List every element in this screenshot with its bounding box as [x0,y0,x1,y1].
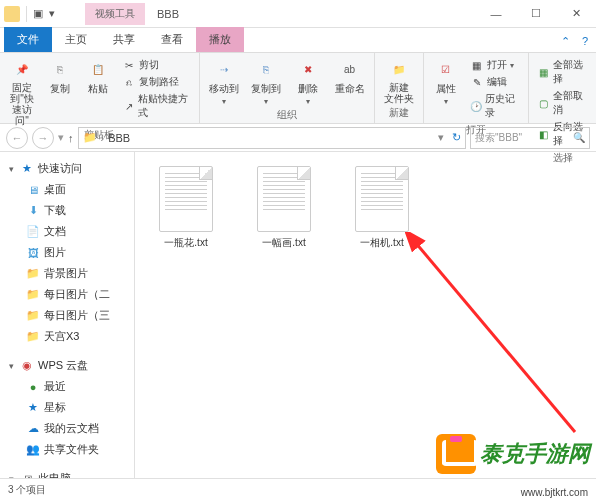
file-label: 一相机.txt [360,236,403,250]
copy-button[interactable]: ⎘复制 [42,55,78,98]
address-path: BBB [108,132,130,144]
pin-button[interactable]: 📌固定到"快 速访问" [4,55,40,128]
rename-button[interactable]: ab重命名 [330,55,370,98]
paste-label: 粘贴 [88,82,108,96]
edit-button[interactable]: ✎编辑 [468,74,523,90]
group-new-label: 新建 [379,106,419,121]
file-item[interactable]: 一幅画.txt [247,166,321,250]
cut-button[interactable]: ✂剪切 [120,57,192,73]
selectnone-button[interactable]: ▢全部取消 [535,88,590,118]
nav-daily3[interactable]: 📁每日图片（三 [0,305,134,326]
address-box[interactable]: 📁 › BBB ▾ ↻ [78,127,467,149]
nav-shared[interactable]: 👥共享文件夹 [0,439,134,460]
nav-recent[interactable]: ●最近 [0,376,134,397]
folder-icon: 📁 [83,131,97,144]
nav-bg-images[interactable]: 📁背景图片 [0,263,134,284]
open-button[interactable]: ▦打开▾ [468,57,523,73]
file-label: 一幅画.txt [262,236,305,250]
close-button[interactable]: ✕ [556,0,596,28]
shortcut-button[interactable]: ↗粘贴快捷方式 [120,91,192,121]
watermark-url: www.bjtkrt.com [521,487,588,498]
nav-documents[interactable]: 📄文档 [0,221,134,242]
nav-thispc[interactable]: ▾🖥此电脑 [0,468,134,478]
txt-file-icon [159,166,213,232]
contextual-tab-label: 视频工具 [85,3,145,25]
svg-line-0 [415,242,575,432]
newfolder-button[interactable]: 📁新建 文件夹 [379,55,419,106]
file-item[interactable]: 一相机.txt [345,166,419,250]
properties-button[interactable]: ☑属性▾ [428,55,464,108]
copy-label: 复制 [50,82,70,96]
minimize-button[interactable]: — [476,0,516,28]
tab-share[interactable]: 共享 [100,27,148,52]
ribbon-tabs: 文件 主页 共享 查看 播放 ⌃ ? [0,28,596,52]
nav-quick-access[interactable]: ▾★快速访问 [0,158,134,179]
tab-view[interactable]: 查看 [148,27,196,52]
back-button[interactable]: ← [6,127,28,149]
paste-button[interactable]: 📋粘贴 [80,55,116,98]
copyto-button[interactable]: ⎘复制到▾ [246,55,286,108]
nav-mycloud[interactable]: ☁我的云文档 [0,418,134,439]
qat-save-icon[interactable]: ▣ [33,7,43,20]
recent-dropdown[interactable]: ▾ [58,131,64,144]
file-label: 一瓶花.txt [164,236,207,250]
nav-pictures[interactable]: 🖼图片 [0,242,134,263]
nav-skyx3[interactable]: 📁天宫X3 [0,326,134,347]
delete-button[interactable]: ✖删除▾ [288,55,328,108]
tab-file[interactable]: 文件 [4,27,52,52]
pin-label: 固定到"快 速访问" [6,82,38,126]
watermark-logo: 泰克手游网 [436,434,590,474]
watermark-icon [436,434,476,474]
nav-downloads[interactable]: ⬇下载 [0,200,134,221]
nav-wps-cloud[interactable]: ▾◉WPS 云盘 [0,355,134,376]
refresh-icon[interactable]: ↻ [452,131,461,144]
group-organize-label: 组织 [204,108,370,123]
file-item[interactable]: 一瓶花.txt [149,166,223,250]
maximize-button[interactable]: ☐ [516,0,556,28]
search-box[interactable]: 搜索"BBB" 🔍 [470,127,590,149]
up-button[interactable]: ↑ [68,132,74,144]
qat-undo-icon[interactable]: ▾ [49,7,55,20]
navigation-pane[interactable]: ▾★快速访问 🖥桌面 ⬇下载 📄文档 🖼图片 📁背景图片 📁每日图片（二 📁每日… [0,152,135,478]
title-bar: ▣ ▾ 视频工具 BBB — ☐ ✕ [0,0,596,28]
nav-starred[interactable]: ★星标 [0,397,134,418]
forward-button[interactable]: → [32,127,54,149]
txt-file-icon [257,166,311,232]
window-title: BBB [157,8,179,20]
ribbon: 📌固定到"快 速访问" ⎘复制 📋粘贴 ✂剪切 ⎌复制路径 ↗粘贴快捷方式 剪贴… [0,52,596,124]
annotation-arrow [405,232,585,452]
nav-daily2[interactable]: 📁每日图片（二 [0,284,134,305]
copypath-button[interactable]: ⎌复制路径 [120,74,192,90]
ribbon-toggle[interactable]: ⌃ ? [553,31,596,52]
txt-file-icon [355,166,409,232]
tab-play[interactable]: 播放 [196,27,244,52]
search-placeholder: 搜索"BBB" [475,131,522,145]
nav-desktop[interactable]: 🖥桌面 [0,179,134,200]
tab-home[interactable]: 主页 [52,27,100,52]
file-list[interactable]: 一瓶花.txt 一幅画.txt 一相机.txt [135,152,596,478]
watermark-text: 泰克手游网 [480,439,590,469]
status-text: 3 个项目 [8,483,46,497]
search-icon: 🔍 [573,132,585,143]
folder-app-icon [4,6,20,22]
history-button[interactable]: 🕑历史记录 [468,91,523,121]
status-bar: 3 个项目 [0,478,596,500]
selectall-button[interactable]: ▦全部选择 [535,57,590,87]
moveto-button[interactable]: ⇢移动到▾ [204,55,244,108]
address-bar: ← → ▾ ↑ 📁 › BBB ▾ ↻ 搜索"BBB" 🔍 [0,124,596,152]
